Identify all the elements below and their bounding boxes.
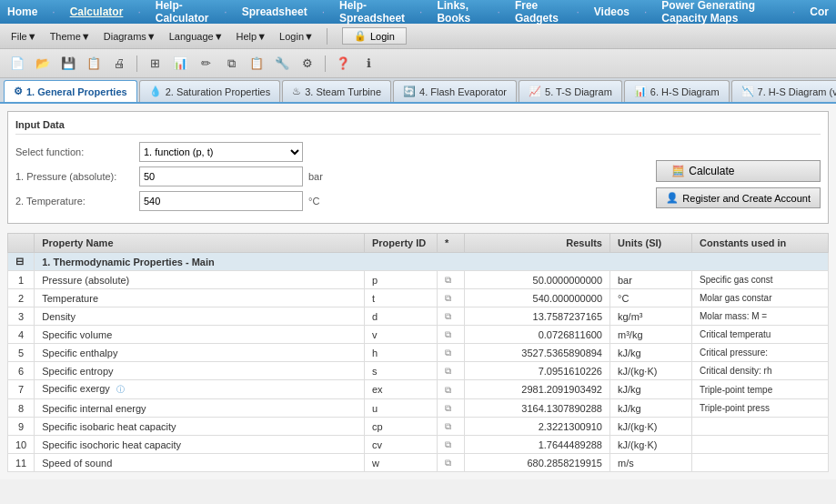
login-menu[interactable]: Login▼ — [274, 29, 319, 44]
copy-icon-11[interactable]: ⧉ — [445, 458, 451, 468]
save-button[interactable]: 💾 — [56, 52, 80, 76]
row-num-2: 2 — [8, 289, 35, 307]
new-button[interactable]: 📄 — [5, 52, 29, 76]
info-icon-7[interactable]: ⓘ — [116, 385, 125, 394]
table-row: 4 Specific volume v ⧉ 0.0726811600 m³/kg… — [8, 326, 829, 344]
nav-help-calc[interactable]: Help-Calculator — [156, 0, 210, 25]
nav-cor[interactable]: Cor — [810, 5, 829, 18]
calculate-button[interactable]: 🧮 Calculate — [656, 160, 821, 182]
theme-menu[interactable]: Theme▼ — [45, 29, 96, 44]
copy-icon-3[interactable]: ⧉ — [445, 311, 451, 321]
copy-icon-2[interactable]: ⧉ — [445, 293, 451, 303]
grid-button[interactable]: ⊞ — [143, 52, 166, 76]
nav-gadgets[interactable]: Free Gadgets — [515, 0, 562, 25]
result-val-9: 2.3221300910 — [465, 418, 610, 436]
edit-button[interactable]: ✏ — [194, 52, 217, 76]
section-expand[interactable]: ⊟ — [8, 253, 35, 271]
icon-sep2 — [325, 55, 326, 72]
tab6-label: 6. H-S Diagram — [650, 86, 720, 97]
tools-button[interactable]: 🔧 — [270, 52, 294, 76]
prop-name-4: Specific volume — [35, 326, 365, 344]
tab7-icon: 📉 — [741, 86, 754, 97]
login-button[interactable]: 🔒 Login — [342, 27, 407, 45]
unit-val-1: bar — [610, 271, 692, 289]
help-button[interactable]: ❓ — [331, 52, 355, 76]
paste-button[interactable]: 📋 — [245, 52, 268, 76]
copy-icon-10[interactable]: ⧉ — [445, 439, 451, 449]
settings-button[interactable]: ⚙ — [296, 52, 319, 76]
copy-icon-5[interactable]: ⧉ — [445, 348, 451, 358]
prop-name-5: Specific enthalpy — [35, 344, 365, 362]
col-star: * — [438, 234, 465, 253]
register-icon: 👤 — [666, 192, 679, 204]
prop-id-10: cv — [365, 436, 438, 454]
table-row: 6 Specific entropy s ⧉ 7.0951610226 kJ/(… — [8, 362, 829, 380]
icon-toolbar: 📄 📂 💾 📋 🖨 ⊞ 📊 ✏ ⧉ 📋 🔧 ⚙ ❓ ℹ — [0, 49, 836, 78]
copy-icon-6[interactable]: ⧉ — [445, 366, 451, 376]
table-header-row: Property Name Property ID * Results Unit… — [8, 234, 829, 253]
copy-icon-8[interactable]: ⧉ — [445, 403, 451, 413]
file-menu[interactable]: File▼ — [5, 29, 43, 44]
nav-help-spreadsheet[interactable]: Help-Spreadsheet — [339, 0, 405, 25]
save-as-button[interactable]: 📋 — [82, 52, 106, 76]
copy-icon-4[interactable]: ⧉ — [445, 329, 451, 339]
tabs-row: ⚙ 1. General Properties 💧 2. Saturation … — [0, 78, 836, 104]
nav-videos[interactable]: Videos — [594, 5, 630, 18]
action-buttons: 🧮 Calculate 👤 Register and Create Accoun… — [656, 142, 821, 208]
tab-ts-diagram[interactable]: 📈 5. T-S Diagram — [519, 80, 622, 102]
copy-icon-7[interactable]: ⧉ — [445, 385, 451, 395]
row-num-9: 9 — [8, 418, 35, 436]
prop-name-1: Pressure (absolute) — [35, 271, 365, 289]
nav-sep: · — [52, 5, 55, 18]
const-val-3: Molar mass: M = — [692, 307, 829, 326]
copy-icon-1[interactable]: ⧉ — [445, 275, 451, 285]
nav-sep9: · — [792, 5, 795, 18]
nav-power-maps[interactable]: Power Generating Capacity Maps — [661, 0, 778, 25]
pressure-input[interactable] — [139, 166, 303, 186]
tab-saturation-properties[interactable]: 💧 2. Saturation Properties — [139, 80, 281, 102]
tab-steam-turbine[interactable]: ♨ 3. Steam Turbine — [282, 80, 391, 102]
tab1-icon: ⚙ — [14, 86, 23, 97]
info-button[interactable]: ℹ — [357, 52, 380, 76]
unit-val-5: kJ/kg — [610, 344, 692, 362]
tab-hs-diagram[interactable]: 📊 6. H-S Diagram — [624, 80, 730, 102]
table-row: 11 Speed of sound w ⧉ 680.2858219915 m/s — [8, 454, 829, 472]
prop-name-2: Temperature — [35, 289, 365, 307]
diagrams-menu[interactable]: Diagrams▼ — [98, 29, 162, 44]
result-val-8: 3164.1307890288 — [465, 399, 610, 418]
prop-name-6: Specific entropy — [35, 362, 365, 380]
print-button[interactable]: 🖨 — [107, 52, 131, 76]
nav-calculator[interactable]: Calculator — [70, 5, 124, 18]
function-label: Select function: — [15, 146, 134, 157]
temperature-input[interactable] — [139, 191, 303, 211]
open-button[interactable]: 📂 — [31, 52, 55, 76]
result-val-3: 13.7587237165 — [465, 307, 610, 326]
const-val-9 — [692, 418, 829, 436]
input-section: Input Data Select function: 1. function … — [7, 111, 829, 224]
tab2-icon: 💧 — [149, 86, 162, 97]
prop-id-4: v — [365, 326, 438, 344]
lock-icon: 🔒 — [354, 30, 367, 42]
help-menu[interactable]: Help▼ — [231, 29, 273, 44]
section-header-row: ⊟ 1. Thermodynamic Properties - Main — [8, 253, 829, 271]
toolbar-sep — [327, 28, 327, 45]
tab-flash-evaporator[interactable]: 🔄 4. Flash Evaporator — [393, 80, 517, 102]
register-button[interactable]: 👤 Register and Create Account — [656, 187, 821, 208]
chart-button[interactable]: 📊 — [168, 52, 192, 76]
prop-id-2: t — [365, 289, 438, 307]
copy-button[interactable]: ⧉ — [219, 52, 243, 76]
tab-general-properties[interactable]: ⚙ 1. General Properties — [4, 80, 137, 102]
nav-sep6: · — [498, 5, 500, 18]
nav-spreadsheet[interactable]: Spreadsheet — [242, 5, 307, 18]
nav-links[interactable]: Links, Books — [437, 0, 482, 25]
language-menu[interactable]: Language▼ — [164, 29, 229, 44]
temperature-label: 2. Temperature: — [15, 196, 134, 207]
prop-name-8: Specific internal energy — [35, 399, 365, 418]
nav-home[interactable]: Home — [7, 5, 37, 18]
copy-icon-9[interactable]: ⧉ — [445, 421, 451, 431]
tab-hs-diagram-vapo[interactable]: 📉 7. H-S Diagram (vapo — [731, 80, 836, 102]
function-select[interactable]: 1. function (p, t) — [139, 142, 303, 162]
const-val-11 — [692, 454, 829, 472]
prop-id-8: u — [365, 399, 438, 418]
input-form: Select function: 1. function (p, t) 1. P… — [15, 142, 638, 216]
